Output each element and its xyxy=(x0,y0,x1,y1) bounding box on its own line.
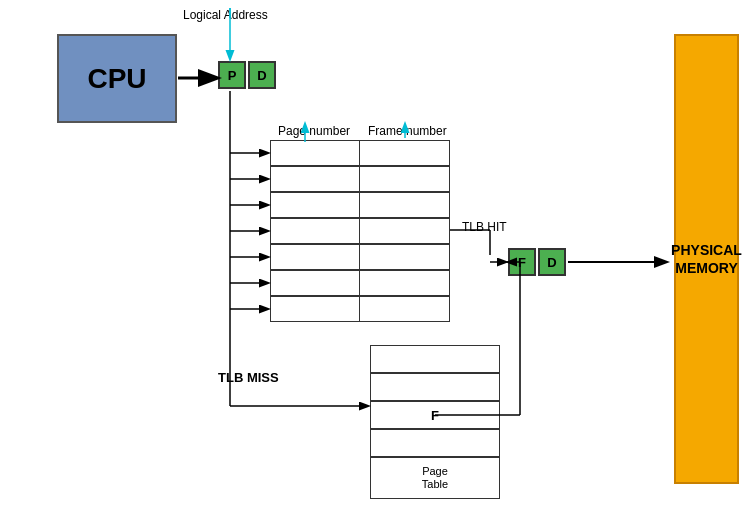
d-box: D xyxy=(248,61,276,89)
tlb-hit-label: TLB HIT xyxy=(462,220,507,234)
physical-memory-box: PHYSICAL MEMORY xyxy=(674,34,739,484)
p-box: P xyxy=(218,61,246,89)
frame-number-label: Frame number xyxy=(368,124,447,138)
page-number-label: Page number xyxy=(278,124,350,138)
physical-memory-label: PHYSICAL MEMORY xyxy=(671,241,742,277)
fd-container: F D xyxy=(508,248,566,276)
f-box: F xyxy=(508,248,536,276)
tlb-miss-label: TLB MISS xyxy=(218,370,279,385)
diagram: CPU Logical Address P D Page number Fram… xyxy=(0,0,749,524)
page-f-cell: F xyxy=(370,401,500,429)
pd-container: P D xyxy=(218,61,276,89)
cpu-box: CPU xyxy=(57,34,177,123)
logical-address-label: Logical Address xyxy=(183,8,268,22)
tlb-table xyxy=(270,140,450,322)
page-table: F Page Table xyxy=(370,345,500,485)
page-table-label-cell: Page Table xyxy=(370,457,500,499)
cpu-label: CPU xyxy=(87,63,146,95)
d2-box: D xyxy=(538,248,566,276)
